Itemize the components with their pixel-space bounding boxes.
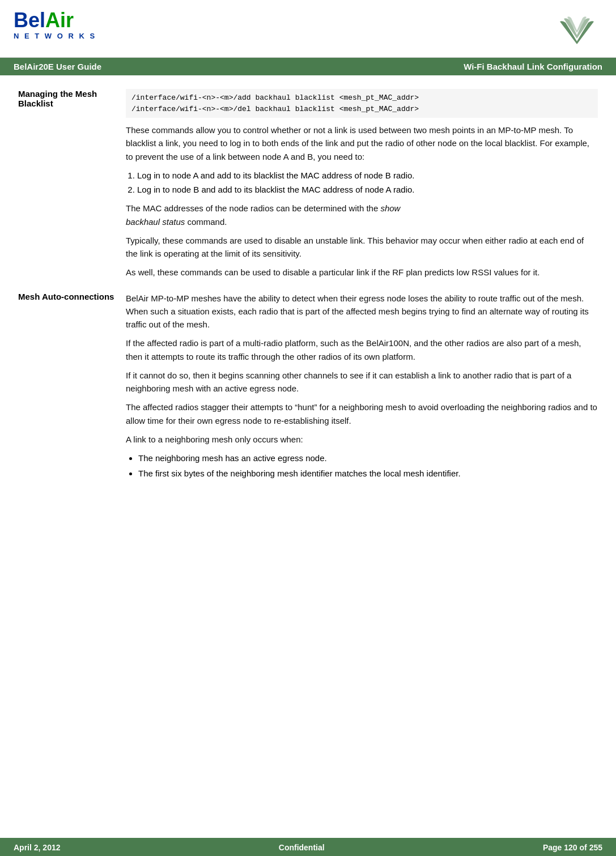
belair-logo: BelAir bbox=[14, 10, 74, 31]
logo-icon-area bbox=[551, 10, 602, 52]
para-mesh-auto-5: A link to a neighboring mesh only occurs… bbox=[126, 433, 598, 446]
section-row-mesh-auto: Mesh Auto-connections BelAir MP-to-MP me… bbox=[14, 289, 602, 491]
logo-networks: N E T W O R K S bbox=[14, 32, 96, 40]
para-mesh-auto-1: BelAir MP-to-MP meshes have the ability … bbox=[126, 292, 598, 331]
section-row-managing: Managing the MeshBlacklist /interface/wi… bbox=[14, 87, 602, 289]
content-table: Managing the MeshBlacklist /interface/wi… bbox=[14, 87, 602, 491]
para-mesh-auto-4: The affected radios stagger their attemp… bbox=[126, 401, 598, 427]
list-item-2: Log in to node B and add to its blacklis… bbox=[137, 183, 598, 196]
bullet-item-2: The first six bytes of the neighboring m… bbox=[138, 467, 598, 480]
numbered-list-blacklist: Log in to node A and add to its blacklis… bbox=[126, 169, 598, 197]
logo-area: BelAir N E T W O R K S bbox=[14, 10, 96, 40]
section-title-mesh-auto: Mesh Auto-connections bbox=[18, 292, 114, 301]
footer-page: Page 120 of 255 bbox=[543, 843, 602, 852]
para-mac-addresses: The MAC addresses of the node radios can… bbox=[126, 202, 598, 228]
section-content-mesh-auto: BelAir MP-to-MP meshes have the ability … bbox=[121, 289, 602, 491]
logo-bel: Bel bbox=[14, 8, 45, 32]
para-mesh-auto-3: If it cannot do so, then it begins scann… bbox=[126, 369, 598, 395]
page-footer: April 2, 2012 Confidential Page 120 of 2… bbox=[0, 838, 616, 856]
para-as-well: As well, these commands can be used to d… bbox=[126, 266, 598, 279]
bullet-list-mesh-auto: The neighboring mesh has an active egres… bbox=[126, 452, 598, 480]
section-title-managing: Managing the MeshBlacklist bbox=[18, 89, 97, 108]
page-header: BelAir N E T W O R K S bbox=[0, 0, 616, 58]
brand-icon bbox=[551, 10, 602, 50]
para-blacklist-intro: These commands allow you to control whet… bbox=[126, 123, 598, 163]
page-banner: BelAir20E User Guide Wi-Fi Backhaul Link… bbox=[0, 58, 616, 75]
footer-date: April 2, 2012 bbox=[14, 843, 61, 852]
para-mesh-auto-2: If the affected radio is part of a multi… bbox=[126, 337, 598, 363]
list-item-1: Log in to node A and add to its blacklis… bbox=[137, 169, 598, 182]
para-typically: Typically, these commands are used to di… bbox=[126, 234, 598, 261]
bullet-item-1: The neighboring mesh has an active egres… bbox=[138, 452, 598, 465]
section-label-managing: Managing the MeshBlacklist bbox=[14, 87, 121, 289]
code-block-blacklist: /interface/wifi-<n>-<m>/add backhaul bla… bbox=[126, 89, 598, 118]
banner-title: BelAir20E User Guide bbox=[14, 62, 101, 71]
page-content: Managing the MeshBlacklist /interface/wi… bbox=[0, 75, 616, 502]
banner-section: Wi-Fi Backhaul Link Configuration bbox=[464, 62, 602, 71]
section-content-managing: /interface/wifi-<n>-<m>/add backhaul bla… bbox=[121, 87, 602, 289]
footer-confidential: Confidential bbox=[61, 843, 543, 852]
logo-air: Air bbox=[45, 8, 74, 32]
bottom-area: Document Number BDTM02201-A01 Standard A… bbox=[0, 844, 616, 856]
section-label-mesh-auto: Mesh Auto-connections bbox=[14, 289, 121, 491]
